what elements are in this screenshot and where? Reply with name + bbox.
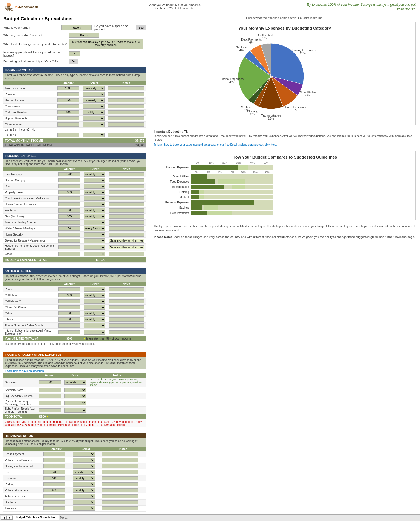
trans-note-input[interactable] [102, 506, 138, 510]
util-amount-input[interactable] [58, 323, 80, 328]
trans-note-input[interactable] [102, 452, 138, 456]
income-amount-input[interactable] [57, 116, 79, 120]
housing-select[interactable]: monthly [84, 172, 105, 177]
housing-amount-input[interactable] [58, 233, 80, 237]
trans-amount-input[interactable] [43, 464, 65, 468]
tab-next[interactable]: ► [7, 516, 13, 520]
util-note-input[interactable] [109, 330, 144, 334]
yes-button[interactable]: Yes [136, 25, 146, 30]
housing-select[interactable] [84, 196, 105, 201]
housing-note-input[interactable] [109, 208, 144, 213]
trans-note-input[interactable] [102, 458, 138, 462]
income-select[interactable]: monthly [83, 110, 105, 115]
trans-amount-input[interactable] [43, 458, 65, 462]
lump-sum-note[interactable] [108, 133, 144, 137]
housing-select[interactable] [84, 220, 105, 225]
housing-note-input[interactable] [109, 239, 144, 243]
income-select[interactable]: bi-weekly [83, 86, 105, 91]
housing-select[interactable] [84, 184, 105, 189]
util-amount-input[interactable] [58, 293, 80, 297]
housing-note-input[interactable] [109, 178, 144, 182]
trans-select[interactable]: monthly [73, 488, 95, 493]
partner-input[interactable] [69, 33, 99, 38]
housing-note-input[interactable] [109, 184, 144, 188]
util-note-input[interactable] [109, 287, 144, 291]
housing-select[interactable]: monthly [84, 208, 105, 213]
income-amount-input[interactable] [57, 104, 79, 108]
util-select[interactable] [84, 323, 105, 328]
housing-amount-input[interactable] [58, 178, 80, 182]
housing-note-input[interactable] [109, 220, 144, 225]
util-note-input[interactable] [109, 305, 144, 309]
trans-note-input[interactable] [102, 470, 138, 474]
housing-amount-input[interactable] [58, 208, 80, 213]
housing-amount-input[interactable] [58, 220, 80, 225]
housing-select[interactable] [84, 178, 105, 183]
housing-select[interactable]: every 2 months [84, 226, 105, 231]
util-amount-input[interactable] [58, 330, 80, 334]
util-select[interactable]: monthly [84, 311, 105, 316]
trans-note-input[interactable] [102, 482, 138, 486]
util-note-input[interactable] [109, 293, 144, 297]
food-amount-input[interactable] [39, 401, 61, 405]
housing-note-input[interactable] [109, 233, 144, 237]
housing-select[interactable] [84, 238, 105, 243]
trans-note-input[interactable] [102, 476, 138, 480]
trans-select[interactable] [73, 452, 95, 457]
income-select[interactable]: bi-weekly [83, 98, 105, 103]
income-amount-input[interactable] [57, 86, 79, 90]
housing-note-input[interactable] [109, 214, 144, 219]
util-note-input[interactable] [109, 323, 144, 328]
housing-note-input[interactable] [109, 202, 144, 206]
food-select[interactable] [64, 388, 86, 392]
food-link[interactable]: Learn how to save on groceries [5, 369, 44, 372]
util-amount-input[interactable] [58, 299, 80, 303]
trans-select[interactable] [73, 506, 95, 511]
housing-select[interactable]: monthly [84, 190, 105, 195]
food-amount-input[interactable] [39, 408, 61, 412]
income-amount-input[interactable] [57, 92, 79, 96]
trans-note-input[interactable] [102, 488, 138, 492]
housing-note-input[interactable] [109, 245, 144, 249]
trans-select[interactable] [73, 464, 95, 469]
trans-amount-input[interactable] [43, 476, 65, 480]
util-select[interactable] [84, 299, 105, 304]
lump-sum-amount[interactable] [57, 133, 79, 137]
housing-note-input[interactable] [109, 172, 144, 176]
housing-select[interactable] [84, 245, 105, 250]
trans-select[interactable] [73, 458, 95, 463]
trans-amount-input[interactable] [43, 506, 65, 510]
budget-type-input[interactable]: My finances are okay right now, but I wa… [69, 39, 143, 49]
housing-select[interactable]: monthly [84, 214, 105, 219]
housing-amount-input[interactable] [58, 252, 80, 256]
tab-more[interactable]: More... [60, 516, 68, 519]
income-select[interactable] [83, 122, 105, 127]
income-note-input[interactable] [108, 104, 144, 108]
util-select[interactable] [84, 287, 105, 292]
trans-select[interactable] [73, 500, 95, 505]
housing-note-input[interactable] [109, 190, 144, 194]
housing-select[interactable] [84, 202, 105, 207]
trans-amount-input[interactable] [43, 452, 65, 456]
util-select[interactable] [84, 305, 105, 310]
trans-amount-input[interactable] [43, 488, 65, 492]
trans-select[interactable] [73, 494, 95, 499]
food-amount-input[interactable] [39, 388, 61, 392]
housing-amount-input[interactable] [58, 202, 80, 206]
housing-amount-input[interactable] [58, 214, 80, 219]
util-select[interactable]: monthly [84, 317, 105, 322]
util-amount-input[interactable] [58, 317, 80, 322]
trans-note-input[interactable] [102, 464, 138, 468]
trans-note-input[interactable] [102, 500, 138, 504]
income-select[interactable] [83, 92, 105, 97]
income-note-input[interactable] [108, 92, 144, 96]
guidelines-toggle[interactable]: On [69, 59, 78, 64]
util-amount-input[interactable] [58, 287, 80, 291]
housing-note-input[interactable] [109, 226, 144, 231]
trans-select[interactable]: weekly [73, 470, 95, 475]
housing-note-input[interactable] [109, 252, 144, 256]
income-note-input[interactable] [108, 116, 144, 120]
housing-amount-input[interactable] [58, 190, 80, 194]
housing-select[interactable] [84, 252, 105, 256]
food-select[interactable] [64, 394, 86, 398]
